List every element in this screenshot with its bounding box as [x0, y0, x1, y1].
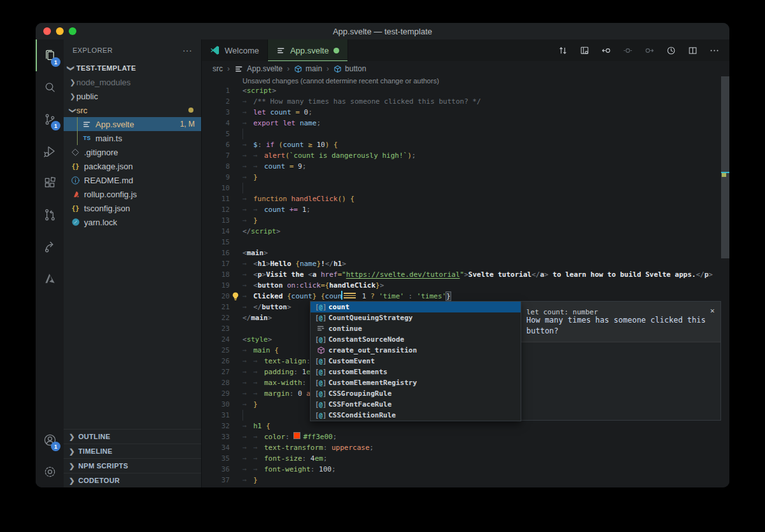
at-bracket-icon: [@]	[315, 334, 326, 345]
activity-bar-item-extensions[interactable]	[36, 167, 64, 199]
sidebar-panel-codetour[interactable]: ❯CODETOUR	[64, 473, 201, 487]
title-bar[interactable]: App.svelte — test-template	[36, 23, 729, 39]
toolbar-split-editor-icon[interactable]	[687, 45, 698, 56]
code-line[interactable]: 35→→font-size: 4em;	[202, 453, 729, 464]
toolbar-heatmap-icon[interactable]	[622, 45, 633, 56]
tree-item-yarn-lock[interactable]: yarn.lock	[64, 215, 201, 229]
code-line[interactable]: 32→h1 {	[202, 421, 729, 431]
sidebar-panel-timeline[interactable]: ❯TIMELINE	[64, 444, 201, 458]
suggest-item-cssgroupingrule[interactable]: [@]CSSGroupingRule	[311, 388, 521, 399]
sidebar-panel-outline[interactable]: ❯OUTLINE	[64, 429, 201, 444]
traffic-lights	[43, 27, 76, 35]
activity-bar-item-search[interactable]	[36, 71, 64, 103]
tree-item-node-modules[interactable]: ❯node_modules	[64, 75, 201, 89]
activity-bar-item-live-share[interactable]	[36, 230, 64, 262]
toolbar-more-actions-icon[interactable]	[709, 45, 720, 56]
code-line[interactable]: 5	[202, 129, 729, 139]
tree-item--gitignore[interactable]: .gitignore	[64, 145, 201, 159]
search-icon	[43, 80, 57, 95]
suggest-item-customevent[interactable]: [@]CustomEvent	[311, 356, 521, 367]
code-line[interactable]: 10	[202, 183, 729, 193]
code-line[interactable]: 3→let count = 0;	[202, 107, 729, 118]
activity-bar-item-run-debug[interactable]	[36, 135, 64, 167]
toolbar-open-preview-icon[interactable]	[579, 45, 590, 56]
code-line[interactable]: 37→}	[202, 475, 729, 486]
color-swatch[interactable]	[293, 432, 300, 439]
activity-bar-item-accounts[interactable]: 1	[36, 424, 64, 456]
activity-bar-item-settings[interactable]	[36, 456, 64, 487]
code-line[interactable]: 18→<p>Visit the <a href="https://svelte.…	[202, 269, 729, 280]
code-line[interactable]: 16<main>	[202, 248, 729, 258]
suggest-item-constantsourcenode[interactable]: [@]ConstantSourceNode	[311, 334, 521, 345]
activity-bar-item-azure[interactable]	[36, 262, 64, 294]
activity-bar-item-explorer[interactable]: 1	[36, 39, 64, 71]
code-line[interactable]: 36→→font-weight: 100;	[202, 464, 729, 475]
code-area[interactable]: Unsaved changes (cannot determine recent…	[202, 76, 729, 487]
workspace-section-header[interactable]: ❯ TEST-TEMPLATE	[64, 61, 201, 75]
sidebar-panel-npm-scripts[interactable]: ❯NPM SCRIPTS	[64, 458, 201, 473]
code-line[interactable]: 17→<h1>Hello {name}!</h1>	[202, 258, 729, 269]
close-window-button[interactable]	[43, 27, 51, 35]
suggest-item-count[interactable]: [@]count	[311, 302, 521, 312]
tab-welcome[interactable]: Welcome	[202, 39, 268, 61]
code-line[interactable]: 12→→count += 1;	[202, 204, 729, 215]
pull-request-icon	[43, 207, 57, 222]
toolbar-next-change-icon[interactable]	[644, 45, 655, 56]
breadcrumb-item-app-svelte[interactable]: App.svelte	[234, 64, 283, 74]
suggest-item-countqueuingstrategy[interactable]: [@]CountQueuingStrategy	[311, 312, 521, 323]
code-line[interactable]: 15	[202, 237, 729, 248]
indent-guide	[242, 410, 243, 421]
code-line[interactable]: 34→→text-transform: uppercase;	[202, 442, 729, 453]
code-line[interactable]: 8→→count = 9;	[202, 161, 729, 172]
activity-bar-item-source-control[interactable]: 1	[36, 103, 64, 135]
suggest-item-cssconditionrule[interactable]: [@]CSSConditionRule	[311, 410, 521, 421]
code-line[interactable]: 6→$: if (count ≥ 10) {	[202, 139, 729, 150]
suggest-item-customelementregistry[interactable]: [@]CustomElementRegistry	[311, 377, 521, 388]
tree-item-package-json[interactable]: {}package.json	[64, 159, 201, 173]
tree-item-src[interactable]: ❯src	[64, 103, 201, 117]
tree-item-public[interactable]: ❯public	[64, 89, 201, 103]
editor-scrollbar[interactable]	[721, 76, 729, 487]
suggest-item-create_out_transition[interactable]: create_out_transition	[311, 345, 521, 356]
toolbar-previous-change-icon[interactable]	[601, 45, 612, 56]
code-line[interactable]: 2→/** How many times has someone clicked…	[202, 96, 729, 107]
tree-item-main-ts[interactable]: TSmain.ts	[64, 131, 201, 145]
explorer-more-actions-icon[interactable]: ···	[183, 45, 192, 55]
zoom-window-button[interactable]	[69, 27, 76, 35]
code-line[interactable]: 4→export let name;	[202, 118, 729, 129]
suggest-item-cssfontfacerule[interactable]: [@]CSSFontFaceRule	[311, 399, 521, 410]
file-label: package.json	[84, 162, 133, 171]
line-number: 2	[202, 96, 230, 107]
breadcrumb-item-main[interactable]: main	[294, 64, 322, 73]
code-line[interactable]: 14</script>	[202, 226, 729, 237]
breadcrumb-item-src[interactable]: src	[213, 64, 223, 73]
code-line[interactable]: 7→→alert(`count is dangerously high!`);	[202, 150, 729, 161]
activity-bar-item-github-pull-requests[interactable]	[36, 199, 64, 230]
suggest-item-customelements[interactable]: [@]customElements	[311, 367, 521, 377]
suggest-item-continue[interactable]: continue	[311, 323, 521, 334]
code-line[interactable]: 1<script>	[202, 85, 729, 96]
minimize-window-button[interactable]	[56, 27, 64, 35]
code-line[interactable]: 11→function handleClick() {	[202, 193, 729, 204]
tab-bar: WelcomeApp.svelte	[202, 39, 729, 61]
tab-app-svelte[interactable]: App.svelte	[268, 39, 348, 61]
code-line[interactable]: 13→}	[202, 215, 729, 226]
scrollbar-thumb[interactable]	[721, 76, 729, 258]
breadcrumb-item-button[interactable]: button	[333, 64, 366, 73]
toolbar-file-history-icon[interactable]	[666, 45, 677, 56]
toolbar-open-changes-icon[interactable]	[558, 45, 568, 56]
chevron-right-icon: ❯	[68, 433, 76, 441]
indent-guide	[77, 131, 78, 145]
tree-item-rollup-config-js[interactable]: rollup.config.js	[64, 187, 201, 201]
code-line[interactable]: 9→}	[202, 172, 729, 183]
tree-item-readme-md[interactable]: README.md	[64, 173, 201, 187]
lightbulb-icon[interactable]	[231, 291, 240, 300]
code-line[interactable]: 19→<button on:click={handleClick}>	[202, 280, 729, 291]
tree-item-tsconfig-json[interactable]: {}tsconfig.json	[64, 201, 201, 215]
breadcrumb-separator: ›	[287, 64, 290, 73]
file-label: yarn.lock	[84, 218, 117, 227]
at-bracket-icon: [@]	[315, 399, 326, 410]
tree-item-app-svelte[interactable]: App.svelte1, M	[64, 117, 201, 131]
code-line[interactable]: 20→Clicked {count} {coun 1 ? 'time' : 't…	[202, 291, 729, 302]
code-line[interactable]: 33→→color: #ff3e00;	[202, 431, 729, 442]
